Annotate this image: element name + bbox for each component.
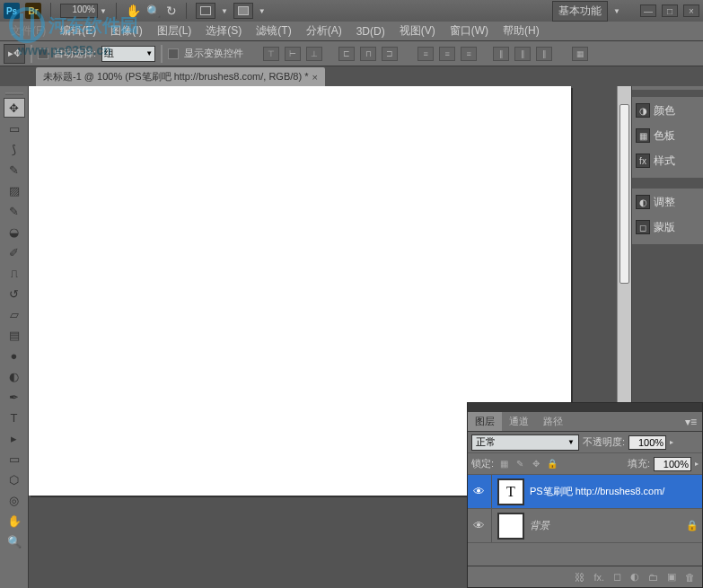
link-layers-icon[interactable]: ⛓ xyxy=(575,572,584,583)
layer-name[interactable]: 背景 xyxy=(530,519,681,532)
layer-row[interactable]: 👁 T PS笔刷吧 http://brushes8.com/ xyxy=(468,475,702,509)
zoom-tool[interactable]: 🔍 xyxy=(4,531,25,551)
auto-select-checkbox[interactable] xyxy=(38,48,48,59)
layer-fx-icon[interactable]: fx. xyxy=(593,572,604,583)
fill-caret-icon[interactable]: ▸ xyxy=(695,460,699,468)
lock-pixels-icon[interactable]: ✎ xyxy=(514,458,526,470)
dodge-tool[interactable]: ◐ xyxy=(4,366,25,386)
zoom-icon[interactable]: 🔍 xyxy=(146,4,161,18)
bridge-icon[interactable]: Br xyxy=(25,3,41,19)
gradient-tool[interactable]: ▤ xyxy=(4,325,25,345)
spot-heal-tool[interactable]: ◒ xyxy=(4,222,25,241)
lock-all-icon[interactable]: 🔒 xyxy=(546,458,558,470)
distribute-top-icon[interactable]: ≡ xyxy=(417,47,434,61)
menu-view[interactable]: 视图(V) xyxy=(392,22,443,40)
menu-filter[interactable]: 滤镜(T) xyxy=(249,22,298,40)
align-hcenter-icon[interactable]: ⊓ xyxy=(360,47,376,61)
panel-styles[interactable]: fx 样式 xyxy=(632,149,703,172)
align-vcenter-icon[interactable]: ⊢ xyxy=(285,47,301,61)
chevron-down-icon[interactable]: ▼ xyxy=(221,7,228,15)
panel-masks[interactable]: ◻ 蒙版 xyxy=(632,215,703,239)
panel-grip[interactable] xyxy=(632,90,703,97)
hand-icon[interactable]: ✋ xyxy=(126,4,141,18)
menu-analysis[interactable]: 分析(A) xyxy=(299,22,349,40)
move-tool[interactable]: ✥ xyxy=(4,98,25,118)
path-select-tool[interactable]: ▸ xyxy=(4,428,25,448)
layer-thumbnail[interactable]: T xyxy=(497,478,524,505)
blend-mode-select[interactable]: 正常▼ xyxy=(471,434,579,451)
clone-stamp-tool[interactable]: ⎍ xyxy=(4,263,25,283)
tab-layers[interactable]: 图层 xyxy=(468,412,502,431)
maximize-button[interactable]: □ xyxy=(662,4,678,17)
arrange-docs-button[interactable] xyxy=(196,3,215,19)
crop-tool[interactable]: ▨ xyxy=(4,180,25,200)
lasso-tool[interactable]: ⟆ xyxy=(4,139,25,159)
quick-select-tool[interactable]: ✎ xyxy=(4,160,25,180)
eyedropper-tool[interactable]: ✎ xyxy=(4,201,25,221)
menu-window[interactable]: 窗口(W) xyxy=(443,22,496,40)
delete-layer-icon[interactable]: 🗑 xyxy=(685,572,695,583)
pen-tool[interactable]: ✒ xyxy=(4,387,25,407)
tab-channels[interactable]: 通道 xyxy=(502,412,536,431)
lock-position-icon[interactable]: ✥ xyxy=(530,458,542,470)
opacity-input[interactable]: 100% xyxy=(628,435,666,450)
3d-camera-tool[interactable]: ◎ xyxy=(4,490,25,510)
scrollbar-thumb[interactable] xyxy=(620,104,629,284)
tab-paths[interactable]: 路径 xyxy=(536,412,570,431)
align-bottom-icon[interactable]: ⊥ xyxy=(306,47,322,61)
minimize-button[interactable]: — xyxy=(640,4,656,17)
distribute-vcenter-icon[interactable]: ≡ xyxy=(439,47,455,61)
auto-select-dropdown[interactable]: 组▼ xyxy=(101,46,155,62)
panel-color[interactable]: ◑ 颜色 xyxy=(632,99,703,122)
layer-row[interactable]: 👁 背景 🔒 xyxy=(468,509,702,543)
lock-transparency-icon[interactable]: ▦ xyxy=(497,458,510,470)
menu-3d[interactable]: 3D(D) xyxy=(349,23,392,39)
history-brush-tool[interactable]: ↺ xyxy=(4,284,25,303)
workspace-switcher[interactable]: 基本功能 xyxy=(552,1,608,22)
close-button[interactable]: × xyxy=(683,4,699,17)
rotate-view-icon[interactable]: ↻ xyxy=(166,4,177,18)
align-left-icon[interactable]: ⊏ xyxy=(338,47,355,61)
auto-align-icon[interactable]: ▦ xyxy=(572,47,588,61)
menu-select[interactable]: 选择(S) xyxy=(198,22,249,40)
layer-name[interactable]: PS笔刷吧 http://brushes8.com/ xyxy=(530,485,699,498)
visibility-toggle[interactable]: 👁 xyxy=(471,519,486,532)
menu-image[interactable]: 图像(I) xyxy=(103,22,149,40)
3d-tool[interactable]: ⬡ xyxy=(4,470,25,489)
panel-grip[interactable] xyxy=(2,90,27,97)
zoom-input[interactable]: 100% xyxy=(60,4,98,18)
menu-edit[interactable]: 编辑(E) xyxy=(53,22,103,40)
panel-adjustments[interactable]: ◐ 调整 xyxy=(632,190,703,214)
show-transform-checkbox[interactable] xyxy=(168,48,179,59)
panel-swatches[interactable]: ▦ 色板 xyxy=(632,124,703,147)
layer-thumbnail[interactable] xyxy=(497,513,524,540)
distribute-left-icon[interactable]: ‖ xyxy=(493,47,509,61)
screen-mode-button[interactable] xyxy=(233,3,253,19)
align-right-icon[interactable]: ⊐ xyxy=(382,47,398,61)
visibility-toggle[interactable]: 👁 xyxy=(471,485,486,498)
eraser-tool[interactable]: ▱ xyxy=(4,304,25,324)
chevron-down-icon[interactable]: ▼ xyxy=(100,7,107,15)
new-layer-icon[interactable]: ▣ xyxy=(667,571,676,583)
shape-tool[interactable]: ▭ xyxy=(4,449,25,469)
current-tool-icon[interactable]: ▸✥ xyxy=(4,44,25,64)
chevron-down-icon[interactable]: ▼ xyxy=(259,7,266,15)
panel-menu-icon[interactable]: ▾≡ xyxy=(680,416,702,428)
menu-help[interactable]: 帮助(H) xyxy=(496,22,547,40)
close-tab-icon[interactable]: × xyxy=(312,72,317,83)
layer-group-icon[interactable]: 🗀 xyxy=(648,572,658,583)
opacity-caret-icon[interactable]: ▸ xyxy=(670,438,673,446)
layer-mask-icon[interactable]: ◻ xyxy=(613,571,621,583)
hand-tool[interactable]: ✋ xyxy=(4,511,25,531)
document-tab[interactable]: 未标题-1 @ 100% (PS笔刷吧 http://brushes8.com/… xyxy=(36,67,325,86)
adjustment-layer-icon[interactable]: ◐ xyxy=(630,571,639,583)
fill-input[interactable]: 100% xyxy=(654,457,691,471)
distribute-right-icon[interactable]: ‖ xyxy=(536,47,552,61)
menu-layer[interactable]: 图层(L) xyxy=(150,22,199,40)
zoom-level[interactable]: 100% ▼ xyxy=(60,4,107,18)
menu-file[interactable]: 文件(F) xyxy=(4,22,53,40)
brush-tool[interactable]: ✐ xyxy=(4,242,25,262)
blur-tool[interactable]: ● xyxy=(4,346,25,365)
type-tool[interactable]: T xyxy=(4,408,25,427)
distribute-bottom-icon[interactable]: ≡ xyxy=(461,47,477,61)
